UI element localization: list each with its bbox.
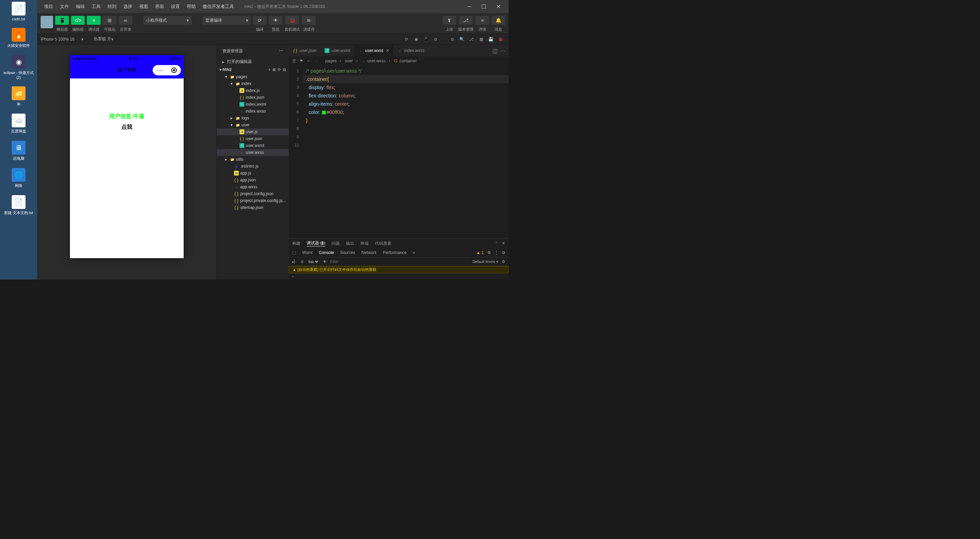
save-icon[interactable]: 💾 [486,35,495,44]
menu-file[interactable]: 文件 [57,3,72,10]
dtab-network[interactable]: Network [361,250,377,255]
copy-icon[interactable]: ⧉ [447,35,457,44]
crumb-selector[interactable]: ⎔.container [394,59,417,63]
chevron-up-icon[interactable]: ⌃ [495,241,498,246]
menu-interface[interactable]: 界面 [152,3,167,10]
crumb-user[interactable]: user [345,59,353,63]
menu-select[interactable]: 选择 [120,3,136,10]
console-prompt[interactable]: › [289,273,509,279]
menu-settings[interactable]: 设置 [167,3,183,10]
file-index-wxss[interactable]: ⬨index.wxss [217,108,289,115]
tab-user-wxss[interactable]: ⬨user.wxss✕ [354,45,393,57]
desktop-icon-huorong[interactable]: 🔥火绒安全软件 [0,28,37,48]
code-editor[interactable]: 12345678910 /* pages/user/user.wxss */ .… [289,65,509,238]
desktop-icon-eclipse[interactable]: ◉eclipse - 快捷方式 (2) [0,55,37,79]
forward-icon[interactable]: → [314,59,318,63]
mode-select[interactable]: 小程序模式▾ [143,16,192,25]
file-eslintrc[interactable]: ◉.eslintrc.js [217,163,289,170]
phone-capsule[interactable]: ••• [153,65,181,75]
tab-user-json[interactable]: { }user.json [289,45,320,57]
compile-select[interactable]: 普通编译▾ [203,16,251,25]
debug-icon[interactable]: 🐞 [495,35,505,44]
gear-icon[interactable]: ⚙ [487,250,491,255]
file-app-js[interactable]: JSapp.js [217,170,289,177]
clear-console-icon[interactable]: ⊘ [301,260,304,264]
blocks-icon[interactable]: ▦ [476,35,486,44]
file-sitemap[interactable]: { }sitemap.json [217,204,289,211]
click-me-button[interactable]: 点我 [121,124,132,131]
simulator-toggle[interactable]: 📱模拟器 [55,16,69,32]
menu-dots-icon[interactable]: ••• [157,67,163,74]
ptab-terminal[interactable]: 终端 [360,241,369,246]
visualize-toggle[interactable]: ⊞可视化 [103,16,116,32]
device-info[interactable]: iPhone 5 100% 16 [41,37,75,42]
color-swatch[interactable] [322,111,326,115]
dtab-wxml[interactable]: Wxml [302,250,313,255]
ptab-build[interactable]: 构建 [292,241,301,246]
window-icon[interactable]: ⧉ [431,35,441,44]
cloud-button[interactable]: ∞云开发 [119,16,132,32]
folder-user[interactable]: ▾📁user [217,122,289,128]
compile-button[interactable]: ⟳编译 [253,16,267,32]
console-sidebar-icon[interactable]: ▸▏ [292,260,297,264]
context-select[interactable]: top [307,259,320,264]
refresh-icon[interactable]: ⟳ [278,67,281,72]
more-icon[interactable]: ⋯ [500,48,506,54]
hot-reload-toggle[interactable]: 热重载 开 [94,36,111,42]
menu-goto[interactable]: 转到 [104,3,120,10]
close-panel-icon[interactable]: ✕ [502,241,505,246]
phone-icon[interactable]: 📱 [421,35,431,44]
target-icon[interactable] [171,67,177,73]
ptab-debugger[interactable]: 调试器1 [307,240,325,246]
bookmark-icon[interactable]: ⚑ [299,59,303,63]
file-app-json[interactable]: { }app.json [217,177,289,184]
file-user-js[interactable]: JSuser.js [217,128,289,135]
list-icon[interactable]: ☰ [292,59,296,63]
desktop-icon-newtxt[interactable]: 📄新建 文本文档.txt [0,195,37,216]
kebab-icon[interactable]: ⋮ [495,250,499,255]
tab-index-wxss[interactable]: ⬨index.wxss [393,45,429,57]
menu-view[interactable]: 视图 [136,3,152,10]
folder-index[interactable]: ▾📁index [217,80,289,87]
menu-help[interactable]: 帮助 [183,3,199,10]
debugger-toggle[interactable]: ≡调试器 [87,16,100,32]
close-button[interactable]: ✕ [492,2,505,11]
tab-user-wxml[interactable]: ◫user.wxml [320,45,354,57]
desktop-icon-baidu[interactable]: ☁️百度网盘 [0,114,37,134]
remote-debug-button[interactable]: 🐞真机调试 [285,16,300,32]
dock-icon[interactable]: ⧉ [502,250,505,255]
upload-button[interactable]: ⬆上传 [442,16,456,32]
details-button[interactable]: ≡详情 [476,16,489,32]
messages-button[interactable]: 🔔消息 [492,16,505,32]
refresh-icon[interactable]: ⟳ [402,35,411,44]
clear-cache-button[interactable]: ≋清缓存 [302,16,316,32]
code-content[interactable]: /* pages/user/user.wxss */ .container{ d… [302,65,509,238]
menu-edit[interactable]: 编辑 [72,3,88,10]
desktop-icon-network[interactable]: 🌐网络 [0,168,37,188]
ptab-problems[interactable]: 问题 [331,241,340,246]
file-user-json[interactable]: { }user.json [217,135,289,142]
close-icon[interactable]: ✕ [386,48,389,53]
more-icon[interactable]: ⋯ [279,48,283,54]
folder-utils[interactable]: ▸📁utils [217,156,289,163]
file-index-json[interactable]: { }index.json [217,94,289,101]
version-button[interactable]: ⎇版本管理 [458,16,474,32]
open-editors-section[interactable]: ▸ 打开的编辑器 [217,57,289,66]
desktop-icon-thispc[interactable]: 🖥此电脑 [0,141,37,161]
gear-icon[interactable]: ⚙ [502,260,505,264]
stop-icon[interactable]: ◉ [411,35,421,44]
menu-tools[interactable]: 工具 [88,3,104,10]
folder-pages[interactable]: ▾📁pages [217,73,289,80]
search-icon[interactable]: 🔍 [457,35,466,44]
minimize-button[interactable]: ─ [463,2,476,11]
preview-button[interactable]: 👁预览 [269,16,283,32]
file-user-wxss[interactable]: ⬨user.wxss [217,149,289,156]
crumb-pages[interactable]: pages [325,59,337,63]
file-user-wxml[interactable]: ◫user.wxml [217,142,289,149]
desktop-icon-zhu[interactable]: 📁朱 [0,86,37,107]
file-project-config[interactable]: { }project.config.json [217,190,289,197]
menu-project[interactable]: 项目 [41,3,57,10]
filter-input[interactable] [330,260,469,264]
split-icon[interactable]: ◫ [492,48,498,54]
dtab-console[interactable]: Console [319,250,334,255]
